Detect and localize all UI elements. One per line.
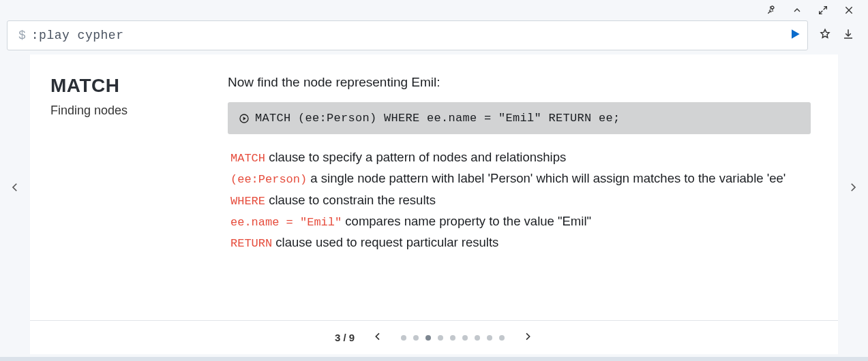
pager-dot[interactable] bbox=[487, 335, 492, 341]
close-icon[interactable] bbox=[843, 5, 854, 18]
page-title: MATCH bbox=[50, 75, 207, 97]
prev-slide-button[interactable] bbox=[0, 181, 30, 193]
command-prompt: $ bbox=[13, 29, 31, 42]
explanation-item: (ee:Person) a single node pattern with l… bbox=[230, 169, 811, 189]
pin-icon[interactable] bbox=[766, 5, 777, 18]
page-subtitle: Finding nodes bbox=[50, 104, 207, 118]
pager-dots bbox=[401, 335, 505, 341]
keyword: ee.name = "Emil" bbox=[230, 216, 342, 229]
pager-dot[interactable] bbox=[475, 335, 480, 341]
keyword: RETURN bbox=[230, 237, 272, 250]
pager-dot[interactable] bbox=[401, 335, 406, 341]
pager-dot[interactable] bbox=[425, 335, 431, 341]
pager-dot[interactable] bbox=[438, 335, 443, 341]
svg-line-2 bbox=[820, 11, 823, 14]
next-slide-button[interactable] bbox=[838, 181, 868, 193]
pager-prev-button[interactable] bbox=[372, 331, 383, 345]
pager-next-button[interactable] bbox=[522, 331, 533, 345]
run-button[interactable] bbox=[788, 27, 802, 44]
explanation-text: clause to constrain the results bbox=[265, 193, 436, 207]
svg-line-0 bbox=[768, 11, 770, 14]
svg-line-1 bbox=[824, 7, 827, 10]
command-bar[interactable]: $ :play cypher bbox=[7, 20, 808, 50]
explanation-text: clause used to request particular result… bbox=[272, 235, 498, 249]
explanation-item: RETURN clause used to request particular… bbox=[230, 233, 811, 253]
explanation-text: a single node pattern with label 'Person… bbox=[307, 171, 785, 185]
explanation-item: MATCH clause to specify a pattern of nod… bbox=[230, 148, 811, 168]
pager-dot[interactable] bbox=[462, 335, 468, 341]
page-indicator: 3 / 9 bbox=[335, 332, 355, 343]
pager-dot[interactable] bbox=[499, 335, 505, 341]
pager: 3 / 9 bbox=[30, 320, 838, 354]
code-block[interactable]: MATCH (ee:Person) WHERE ee.name = "Emil"… bbox=[228, 102, 811, 134]
explanation-list: MATCH clause to specify a pattern of nod… bbox=[228, 148, 811, 253]
keyword: MATCH bbox=[230, 152, 265, 165]
download-icon[interactable] bbox=[842, 28, 854, 43]
content-panel: MATCH Finding nodes Now find the node re… bbox=[30, 54, 838, 320]
explanation-item: WHERE clause to constrain the results bbox=[230, 191, 811, 210]
command-input[interactable]: :play cypher bbox=[31, 29, 788, 42]
explanation-text: clause to specify a pattern of nodes and… bbox=[265, 150, 566, 164]
intro-text: Now find the node representing Emil: bbox=[228, 75, 811, 90]
play-circle-icon bbox=[239, 113, 250, 124]
pager-dot[interactable] bbox=[450, 335, 455, 341]
keyword: (ee:Person) bbox=[230, 173, 307, 186]
explanation-text: compares name property to the value "Emi… bbox=[342, 214, 591, 228]
favorite-icon[interactable] bbox=[819, 28, 831, 43]
explanation-item: ee.name = "Emil" compares name property … bbox=[230, 212, 811, 232]
code-text: MATCH (ee:Person) WHERE ee.name = "Emil"… bbox=[255, 112, 620, 125]
keyword: WHERE bbox=[230, 195, 265, 208]
fullscreen-icon[interactable] bbox=[818, 5, 828, 18]
pager-dot[interactable] bbox=[413, 335, 419, 341]
collapse-icon[interactable] bbox=[792, 5, 803, 18]
